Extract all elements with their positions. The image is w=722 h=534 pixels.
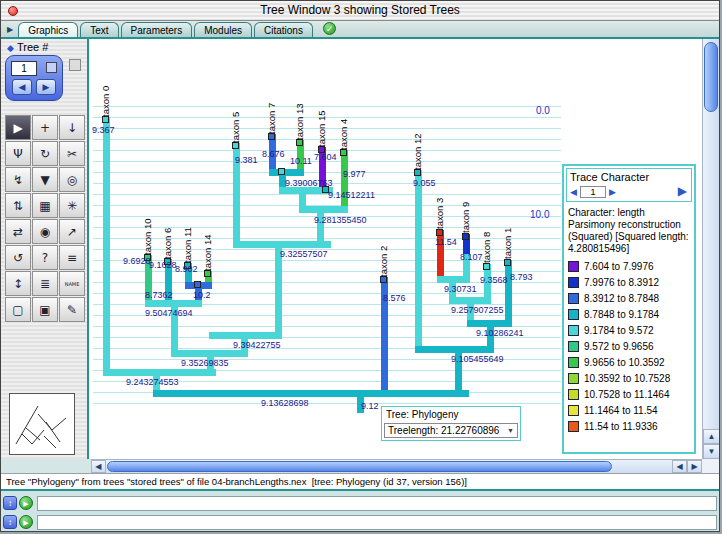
collapse-branch-tool[interactable]: ▼: [32, 167, 58, 192]
query-tool[interactable]: ?: [32, 245, 58, 270]
move-branch-tool[interactable]: +: [32, 115, 58, 140]
list-tool[interactable]: ≡: [59, 245, 85, 270]
legend-bin-label: 11.54 to 11.9336: [584, 421, 658, 432]
legend-header: Trace Character ◀ 1 ▶ ▶: [566, 168, 692, 202]
legend-bin-swatch: [568, 421, 579, 432]
scroll-left-button[interactable]: ◀: [91, 460, 106, 473]
ladderize-tool[interactable]: ≣: [32, 271, 58, 296]
branch-segment: [269, 169, 304, 176]
tab-text[interactable]: Text: [80, 22, 118, 37]
legend-bin-swatch: [568, 325, 579, 336]
legend-advance-button[interactable]: ▶: [678, 184, 687, 198]
horizontal-scrollbar[interactable]: ◀ ◀ ▶: [91, 459, 702, 473]
tree-canvas[interactable]: 9.3679.69289.16288.9028.736210.29.504746…: [89, 39, 702, 459]
legend-bin-swatch: [568, 277, 579, 288]
legend-bin-swatch: [568, 309, 579, 320]
camera-tool[interactable]: ◉: [32, 219, 58, 244]
branch-color-cap: [204, 270, 211, 277]
tree-panel-mini-box[interactable]: [46, 62, 57, 73]
close-button[interactable]: [8, 6, 18, 16]
scissors-tool[interactable]: ✂: [59, 141, 85, 166]
grid-tool[interactable]: ▦: [32, 193, 58, 218]
reroot-tool[interactable]: ⇅: [5, 193, 31, 218]
branch-segment: [171, 350, 248, 357]
legend-info: Character: lengthParsimony reconstructio…: [564, 204, 694, 257]
branch-value-label: 9.6928: [123, 256, 151, 266]
legend-bin-swatch: [568, 373, 579, 384]
tree-number-value[interactable]: 1: [11, 61, 37, 76]
branch-value-label: 9.50474694: [145, 308, 193, 318]
branch-color-cap: [380, 276, 387, 283]
fill-tool[interactable]: ▣: [32, 297, 58, 322]
vertical-scroll-thumb[interactable]: [704, 42, 718, 112]
branch-value-label: 8.793: [510, 272, 533, 282]
scroll-right-button[interactable]: ▶: [687, 460, 702, 473]
legend-bin-swatch: [568, 293, 579, 304]
branch-value-label: 9.12: [361, 401, 379, 411]
sidebar: ◆Tree # 1 ◀ ▶ ▶+↓Ψ↻✂↯▼◎⇅▦✳⇄◉↗↺?≡↕≣NAME▢▣…: [1, 39, 89, 459]
tree-info-box[interactable]: Tree: Phylogeny Treelength: 21.22760896 …: [381, 406, 521, 441]
tab-modules[interactable]: Modules: [194, 22, 252, 37]
updown-tool[interactable]: ↕: [5, 271, 31, 296]
arrow-up-right-tool[interactable]: ↗: [59, 219, 85, 244]
legend-bin-row: 9.572 to 9.9656: [568, 338, 690, 354]
branch-value-label: 9.243274553: [126, 377, 179, 387]
taxon-label: taxon 7: [266, 86, 279, 134]
branch-color-cap: [436, 229, 443, 236]
tab-citations[interactable]: Citations: [254, 22, 313, 37]
vertical-scrollbar[interactable]: ▲ ▼: [702, 39, 719, 459]
branch-value-label: 9.35269835: [181, 358, 229, 368]
horizontal-scroll-thumb[interactable]: [107, 461, 612, 472]
draw-tool[interactable]: ✎: [59, 297, 85, 322]
exchange-branches-tool[interactable]: ⇄: [5, 219, 31, 244]
branch-value-label: 9.281355450: [314, 215, 367, 225]
legend-bin-row: 8.7848 to 9.1784: [568, 306, 690, 322]
branch-segment: [299, 194, 306, 206]
legend-bin-label: 9.572 to 9.9656: [584, 341, 654, 352]
legend-info-line: (Squared) [Squared length:: [568, 231, 690, 243]
branch-segment: [437, 276, 470, 283]
branch-value-label: 7.604: [314, 152, 337, 162]
trace-character-legend[interactable]: Trace Character ◀ 1 ▶ ▶ Character: lengt…: [562, 164, 696, 454]
tree-icon: ◆: [7, 43, 14, 53]
panel-go-button-2[interactable]: ▶: [19, 515, 33, 529]
select-box-tool[interactable]: ▢: [5, 297, 31, 322]
name-tool[interactable]: NAME: [59, 271, 85, 296]
panel-collapse-button-2[interactable]: ↕: [3, 515, 17, 529]
message-field[interactable]: [37, 496, 717, 511]
rotate-branch-tool[interactable]: ↻: [32, 141, 58, 166]
legend-prev-button[interactable]: ◀: [570, 187, 577, 197]
scroll-up-button[interactable]: ▲: [703, 429, 720, 444]
legend-info-line: 4.280815496]: [568, 243, 690, 255]
panel-go-button[interactable]: ▶: [19, 496, 33, 510]
next-tree-button[interactable]: ▶: [36, 79, 56, 95]
tree-preview[interactable]: [9, 393, 75, 455]
zigzag-tool[interactable]: ↯: [5, 167, 31, 192]
legend-bin-label: 8.3912 to 8.7848: [584, 293, 659, 304]
message-field-2[interactable]: [37, 515, 717, 530]
magnify-tool[interactable]: ◎: [59, 167, 85, 192]
panel-collapse-button[interactable]: ↕: [3, 496, 17, 510]
scroll-left-button-2[interactable]: ◀: [672, 460, 687, 473]
branch-value-label: 8.7362: [145, 290, 173, 300]
tab-graphics[interactable]: Graphics: [18, 22, 78, 37]
sprinkle-tool[interactable]: ✳: [59, 193, 85, 218]
disclosure-icon[interactable]: ▶: [7, 25, 13, 34]
legend-bin-row: 11.1464 to 11.54: [568, 402, 690, 418]
check-icon[interactable]: ✓: [323, 22, 336, 35]
prune-clade-tool[interactable]: Ψ: [5, 141, 31, 166]
legend-bin-swatch: [568, 261, 579, 272]
sidebar-mini-box[interactable]: [69, 59, 81, 71]
branch-value-label: 9.055: [413, 178, 436, 188]
tab-parameters[interactable]: Parameters: [121, 22, 193, 37]
arrow-tool[interactable]: ▶: [5, 115, 31, 140]
branch-value-label: 9.39422755: [233, 340, 281, 350]
treelength-dropdown[interactable]: Treelength: 21.22760896 ▼: [384, 423, 518, 438]
recycle-tool[interactable]: ↺: [5, 245, 31, 270]
legend-character-number[interactable]: 1: [580, 186, 606, 198]
pull-branch-tool[interactable]: ↓: [59, 115, 85, 140]
scroll-down-button[interactable]: ▼: [703, 444, 720, 459]
previous-tree-button[interactable]: ◀: [12, 79, 32, 95]
legend-next-button[interactable]: ▶: [609, 187, 616, 197]
legend-bin-swatch: [568, 405, 579, 416]
